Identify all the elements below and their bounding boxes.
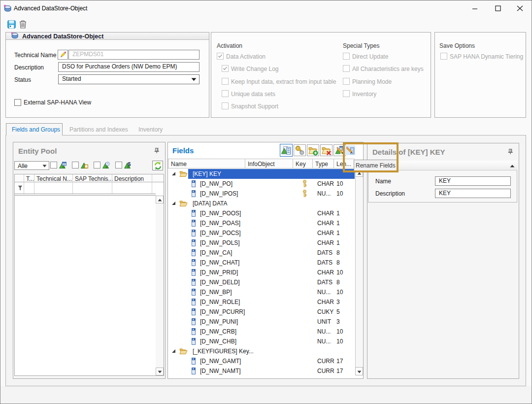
svg-text:$: $ bbox=[128, 162, 131, 167]
